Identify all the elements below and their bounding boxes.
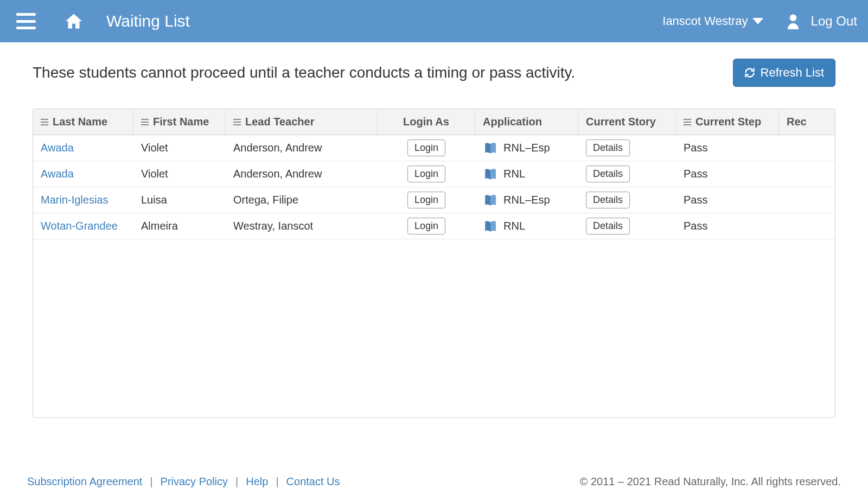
book-icon (483, 141, 498, 155)
sort-icon (141, 119, 149, 125)
student-application: RNL (475, 167, 578, 181)
student-first-name: Violet (133, 142, 226, 154)
student-first-name: Violet (133, 168, 226, 180)
top-nav-bar: Waiting List Ianscot Westray Log Out (0, 0, 868, 42)
student-lead-teacher: Anderson, Andrew (226, 142, 378, 154)
student-current-step: Pass (676, 194, 779, 206)
sort-icon (233, 119, 241, 125)
footer: Subscription Agreement | Privacy Policy … (0, 475, 868, 488)
details-button[interactable]: Details (586, 192, 630, 208)
student-current-step: Pass (676, 142, 779, 154)
refresh-list-button[interactable]: Refresh List (733, 59, 835, 87)
book-icon (483, 193, 498, 207)
student-application: RNL–Esp (475, 193, 578, 207)
table-row: AwadaVioletAnderson, AndrewLoginRNLDetai… (33, 161, 835, 187)
login-as-button[interactable]: Login (407, 166, 445, 182)
table-row: Wotan-GrandeeAlmeiraWestray, IanscotLogi… (33, 213, 835, 239)
col-header-rec[interactable]: Rec (779, 109, 822, 135)
book-icon (483, 219, 498, 233)
user-dropdown[interactable]: Ianscot Westray (662, 14, 763, 28)
login-as-button[interactable]: Login (407, 139, 445, 156)
page-title: Waiting List (106, 12, 190, 30)
col-header-application[interactable]: Application (475, 109, 578, 135)
sort-icon (684, 119, 691, 125)
refresh-icon (744, 67, 755, 78)
footer-links: Subscription Agreement | Privacy Policy … (27, 475, 340, 488)
student-current-step: Pass (676, 168, 779, 180)
col-header-first-name[interactable]: First Name (133, 109, 226, 135)
col-header-last-name[interactable]: Last Name (33, 109, 133, 135)
student-lead-teacher: Westray, Ianscot (226, 220, 378, 232)
details-button[interactable]: Details (586, 139, 630, 156)
details-button[interactable]: Details (586, 166, 630, 182)
students-table: Last Name First Name Lead Teacher Login … (33, 109, 835, 418)
menu-icon[interactable] (16, 13, 36, 29)
user-name-label: Ianscot Westray (662, 14, 748, 28)
chevron-down-icon (752, 18, 763, 24)
student-application: RNL–Esp (475, 141, 578, 155)
student-last-name-link[interactable]: Awada (41, 168, 74, 180)
svg-point-0 (789, 15, 796, 22)
sort-icon (41, 119, 48, 125)
footer-link-help[interactable]: Help (246, 475, 268, 488)
table-row: AwadaVioletAnderson, AndrewLoginRNL–EspD… (33, 135, 835, 161)
user-icon[interactable] (785, 11, 801, 31)
col-header-current-story[interactable]: Current Story (578, 109, 676, 135)
col-header-login-as[interactable]: Login As (378, 109, 475, 135)
page-subtitle: These students cannot proceed until a te… (33, 64, 575, 81)
copyright: © 2011 – 2021 Read Naturally, Inc. All r… (580, 475, 841, 488)
footer-link-contact[interactable]: Contact Us (286, 475, 340, 488)
student-last-name-link[interactable]: Wotan-Grandee (41, 220, 118, 232)
refresh-label: Refresh List (761, 66, 824, 80)
logout-link[interactable]: Log Out (811, 14, 857, 29)
footer-link-subscription[interactable]: Subscription Agreement (27, 475, 142, 488)
col-header-current-step[interactable]: Current Step (676, 109, 779, 135)
student-last-name-link[interactable]: Marin-Iglesias (41, 194, 108, 206)
student-lead-teacher: Anderson, Andrew (226, 168, 378, 180)
student-first-name: Almeira (133, 220, 226, 232)
book-icon (483, 167, 498, 181)
student-lead-teacher: Ortega, Filipe (226, 194, 378, 206)
col-header-lead-teacher[interactable]: Lead Teacher (226, 109, 378, 135)
table-header-row: Last Name First Name Lead Teacher Login … (33, 109, 835, 135)
table-row: Marin-IglesiasLuisaOrtega, FilipeLoginRN… (33, 187, 835, 213)
footer-link-privacy[interactable]: Privacy Policy (161, 475, 228, 488)
student-application: RNL (475, 219, 578, 233)
student-last-name-link[interactable]: Awada (41, 142, 74, 154)
login-as-button[interactable]: Login (407, 192, 445, 208)
details-button[interactable]: Details (586, 218, 630, 234)
student-current-step: Pass (676, 220, 779, 232)
student-first-name: Luisa (133, 194, 226, 206)
home-icon[interactable] (63, 11, 85, 31)
login-as-button[interactable]: Login (407, 218, 445, 234)
